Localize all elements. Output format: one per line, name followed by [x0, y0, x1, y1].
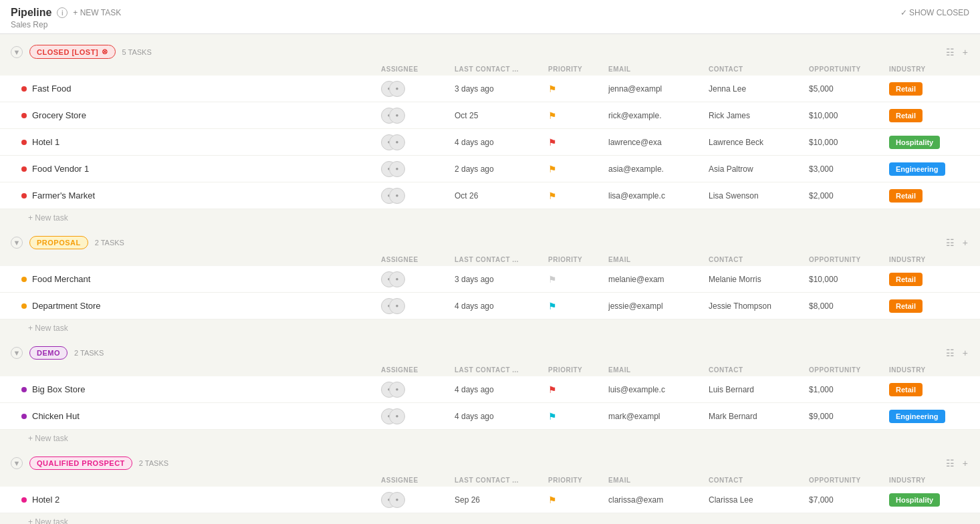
industry-badge[interactable]: Retail — [889, 383, 923, 396]
last-contact-cell: 4 days ago — [455, 412, 548, 421]
table-row[interactable]: Food Merchant●●3 days ago⚑melanie@examMe… — [0, 266, 980, 293]
task-name-cell: Chicken Hut — [21, 411, 381, 421]
new-task-link-proposal[interactable]: + New task — [0, 319, 980, 337]
avatar: ● — [389, 408, 405, 424]
opportunity-cell: $10,000 — [809, 275, 889, 284]
priority-cell: ⚑ — [548, 164, 608, 174]
group-label-closed-lost[interactable]: CLOSED [LOST] ⊗ — [29, 45, 116, 59]
add-column-icon[interactable]: + — [961, 236, 969, 249]
main-content: ▼CLOSED [LOST] ⊗5 TASKS☷+ASSIGNEELAST CO… — [0, 34, 980, 524]
last-contact-cell: Oct 26 — [455, 191, 548, 201]
add-column-icon[interactable]: + — [961, 346, 969, 360]
grid-icon[interactable]: ☷ — [945, 236, 956, 249]
priority-cell: ⚑ — [548, 274, 608, 285]
add-column-icon[interactable]: + — [961, 45, 969, 59]
group-label-proposal[interactable]: PROPOSAL — [29, 236, 88, 249]
table-row[interactable]: Hotel 2●●Sep 26⚑clarissa@examClarissa Le… — [0, 487, 980, 513]
table-row[interactable]: Department Store●●4 days ago⚑jessie@exam… — [0, 293, 980, 319]
last-contact-cell: 4 days ago — [455, 385, 548, 394]
industry-badge[interactable]: Engineering — [889, 162, 945, 176]
col-header-last-contact-...: LAST CONTACT ... — [455, 256, 548, 263]
new-task-button[interactable]: + NEW TASK — [73, 8, 121, 17]
group-count-qualified-prospect: 2 TASKS — [139, 459, 168, 467]
task-name-text[interactable]: Farmer's Market — [32, 190, 95, 201]
email-cell: clarissa@exam — [608, 495, 709, 505]
col-header-email: EMAIL — [608, 366, 709, 374]
task-name-text[interactable]: Grocery Store — [32, 110, 86, 120]
task-name-text[interactable]: Big Box Store — [32, 384, 86, 394]
group-toggle-proposal[interactable]: ▼ — [11, 237, 23, 249]
contact-cell: Asia Paltrow — [709, 164, 809, 174]
group-label-demo[interactable]: DEMO — [29, 346, 68, 360]
industry-cell: Retail — [889, 301, 969, 311]
group-count-demo: 2 TASKS — [74, 349, 104, 357]
new-task-link-closed-lost[interactable]: + New task — [0, 209, 980, 227]
industry-cell: Engineering — [889, 411, 969, 421]
group-toggle-qualified-prospect[interactable]: ▼ — [11, 457, 23, 469]
industry-badge[interactable]: Retail — [889, 109, 923, 122]
industry-badge[interactable]: Retail — [889, 273, 923, 286]
email-cell: jenna@exampl — [608, 84, 709, 94]
industry-badge[interactable]: Retail — [889, 82, 923, 96]
group-count-proposal: 2 TASKS — [95, 239, 124, 247]
col-header-email: EMAIL — [608, 66, 709, 73]
industry-badge[interactable]: Retail — [889, 299, 923, 313]
grid-icon[interactable]: ☷ — [945, 45, 956, 59]
table-row[interactable]: Chicken Hut●●4 days ago⚑mark@examplMark … — [0, 403, 980, 430]
col-header-assignee: ASSIGNEE — [381, 256, 455, 263]
page-header: Pipeline i + NEW TASK ✓ SHOW CLOSED Sale… — [0, 0, 980, 34]
task-name-text[interactable]: Food Merchant — [32, 274, 90, 284]
task-name-text[interactable]: Hotel 2 — [32, 495, 59, 505]
assignee-cell: ●● — [381, 108, 455, 124]
table-row[interactable]: Farmer's Market●●Oct 26⚑lisa@example.cLi… — [0, 182, 980, 209]
col-header-opportunity: OPPORTUNITY — [809, 477, 889, 484]
task-name-text[interactable]: Fast Food — [32, 84, 72, 94]
col-header-last-contact-...: LAST CONTACT ... — [455, 66, 548, 73]
group-actions-qualified-prospect: ☷+ — [945, 456, 969, 470]
table-row[interactable]: Hotel 1●●4 days ago⚑lawrence@exaLawrence… — [0, 129, 980, 156]
col-header-industry: INDUSTRY — [889, 256, 969, 263]
priority-cell: ⚑ — [548, 384, 608, 395]
task-name-text[interactable]: Department Store — [32, 301, 101, 311]
opportunity-cell: $5,000 — [809, 84, 889, 94]
grid-icon[interactable]: ☷ — [945, 456, 956, 470]
industry-cell: Retail — [889, 384, 969, 394]
show-closed-button[interactable]: ✓ SHOW CLOSED — [900, 8, 969, 17]
group-toggle-closed-lost[interactable]: ▼ — [11, 46, 23, 58]
new-task-link-qualified-prospect[interactable]: + New task — [0, 513, 980, 524]
avatar: ● — [389, 134, 405, 150]
assignee-cell: ●● — [381, 382, 455, 398]
table-row[interactable]: Big Box Store●●4 days ago⚑luis@example.c… — [0, 376, 980, 403]
priority-cell: ⚑ — [548, 190, 608, 201]
grid-icon[interactable]: ☷ — [945, 346, 956, 360]
group-header-qualified-prospect: ▼QUALIFIED PROSPECT2 TASKS☷+ — [0, 452, 980, 474]
col-header-assignee: ASSIGNEE — [381, 477, 455, 484]
table-row[interactable]: Food Vendor 1●●2 days ago⚑asia@example.A… — [0, 156, 980, 182]
col-header-contact: CONTACT — [709, 66, 809, 73]
priority-cell: ⚑ — [548, 495, 608, 505]
col-header-opportunity: OPPORTUNITY — [809, 256, 889, 263]
table-row[interactable]: Grocery Store●●Oct 25⚑rick@example.Rick … — [0, 102, 980, 129]
industry-badge[interactable]: Hospitality — [889, 493, 940, 507]
col-header-email: EMAIL — [608, 477, 709, 484]
table-row[interactable]: Fast Food●●3 days ago⚑jenna@examplJenna … — [0, 76, 980, 102]
group-toggle-demo[interactable]: ▼ — [11, 347, 23, 359]
task-name-text[interactable]: Food Vendor 1 — [32, 164, 89, 174]
task-name-cell: Department Store — [21, 301, 381, 311]
opportunity-cell: $9,000 — [809, 412, 889, 421]
industry-badge[interactable]: Retail — [889, 189, 923, 203]
add-column-icon[interactable]: + — [961, 456, 969, 470]
pipeline-title: Pipeline — [11, 7, 51, 19]
group-label-qualified-prospect[interactable]: QUALIFIED PROSPECT — [29, 456, 132, 470]
new-task-link-demo[interactable]: + New task — [0, 430, 980, 447]
info-icon[interactable]: i — [57, 7, 68, 18]
task-name-text[interactable]: Hotel 1 — [32, 137, 59, 147]
col-headers-demo: ASSIGNEELAST CONTACT ...PRIORITYEMAILCON… — [0, 364, 980, 376]
opportunity-cell: $2,000 — [809, 191, 889, 201]
task-name-text[interactable]: Chicken Hut — [32, 411, 80, 421]
industry-badge[interactable]: Engineering — [889, 410, 945, 423]
group-qualified-prospect: ▼QUALIFIED PROSPECT2 TASKS☷+ASSIGNEELAST… — [0, 452, 980, 524]
email-cell: lawrence@exa — [608, 138, 709, 147]
industry-badge[interactable]: Hospitality — [889, 136, 940, 149]
contact-cell: Lisa Swenson — [709, 191, 809, 201]
